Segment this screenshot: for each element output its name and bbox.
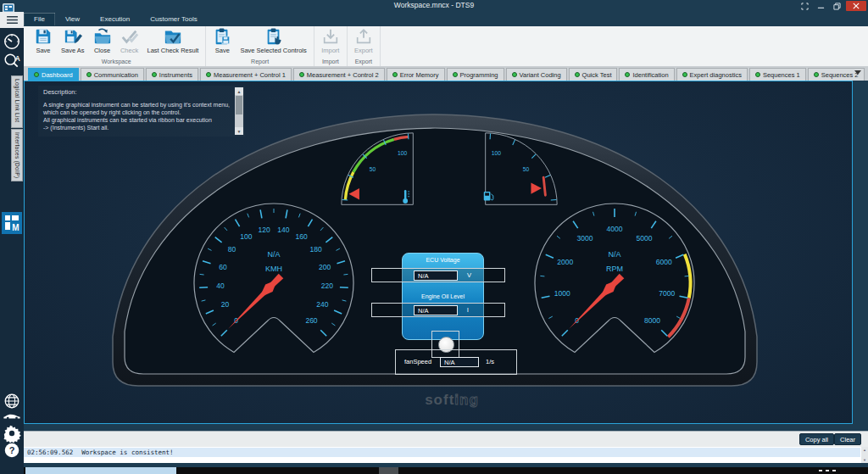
- svg-text:160: 160: [296, 232, 308, 241]
- engine-oil-level-unit: l: [467, 306, 469, 314]
- scroll-up-icon[interactable]: ▲: [235, 87, 243, 95]
- tab-label: Measurement + Control 1: [214, 71, 286, 79]
- close-folder-icon: [93, 27, 112, 46]
- side-tab-logical-link-list[interactable]: Logical Link List: [11, 75, 23, 128]
- menu-file[interactable]: File: [24, 13, 55, 25]
- svg-text:80: 80: [228, 245, 236, 254]
- instrument-cluster: 020406080100120140160180200220240260N/AK…: [96, 109, 774, 389]
- right-side-strip: [853, 81, 868, 424]
- speedometer-gauge[interactable]: 020406080100120140160180200220240260N/AK…: [189, 194, 359, 374]
- tab-error-memory[interactable]: Error Memory: [387, 68, 445, 81]
- svg-text:N/A: N/A: [608, 250, 620, 259]
- ribbon-group-export: ExportExport: [348, 26, 381, 66]
- tab-label: Dashboard: [42, 71, 73, 79]
- svg-text:100: 100: [492, 150, 501, 156]
- tab-identification[interactable]: Identification: [619, 68, 674, 81]
- tab-programming[interactable]: Programming: [447, 68, 504, 81]
- svg-text:5000: 5000: [637, 234, 653, 243]
- coolant-temp-gauge[interactable]: 50100: [338, 130, 420, 211]
- close-icon[interactable]: [846, 1, 866, 11]
- tab-quick-test[interactable]: Quick Test: [569, 68, 618, 81]
- hamburger-menu-icon[interactable]: [0, 12, 24, 28]
- fullscreen-icon[interactable]: [798, 1, 812, 11]
- ribbon-button-save[interactable]: Save: [209, 26, 236, 54]
- tab-status-dot-icon: [152, 72, 157, 77]
- ribbon-button-label: Save Selected Controls: [240, 47, 306, 54]
- tab-communication[interactable]: Communication: [81, 68, 144, 81]
- taskbar-mark: [832, 470, 836, 471]
- log-message: Workspace is consistent!: [81, 449, 173, 456]
- tab-measurement-control-2[interactable]: Measurement + Control 2: [293, 68, 385, 81]
- tab-label: Programming: [460, 71, 498, 79]
- ribbon-button-close[interactable]: Close: [89, 26, 116, 54]
- help-icon[interactable]: ?: [3, 441, 21, 460]
- tachometer-gauge[interactable]: 010002000300040005000600070008000N/ARPM: [530, 194, 699, 374]
- export-icon: [354, 27, 373, 46]
- car-icon[interactable]: [3, 410, 21, 421]
- ribbon-group-label: Import: [317, 59, 344, 66]
- monaco-tile-icon[interactable]: M: [2, 212, 22, 234]
- ribbon-button-label: Last Check Result: [147, 47, 199, 54]
- description-line: A single graphical instrument can be sta…: [43, 101, 245, 109]
- ecu-voltage-label: ECU Voltage: [403, 257, 483, 263]
- engine-oil-level-value[interactable]: N/A: [414, 305, 458, 315]
- svg-text:100: 100: [398, 150, 407, 156]
- tab-expert-diagnostics[interactable]: Expert diagnostics: [676, 68, 748, 81]
- tab-instruments[interactable]: Instruments: [146, 68, 198, 81]
- log-timestamp: 02:56:09.562: [27, 449, 73, 456]
- ribbon-button-save-as[interactable]: Save As: [57, 26, 89, 54]
- taskbar-mark: [826, 470, 829, 471]
- minimize-icon[interactable]: [814, 1, 828, 11]
- ribbon-group-label: Workspace: [30, 59, 203, 66]
- gear-icon[interactable]: [3, 424, 21, 443]
- log-entry[interactable]: 02:56:09.562Workspace is consistent!: [24, 448, 860, 457]
- fuel-gauge[interactable]: 50100: [479, 130, 560, 211]
- copy-all-button[interactable]: Copy all: [799, 433, 834, 445]
- ecu-values-panel: ECU Voltage Engine Oil Level: [402, 253, 484, 340]
- ribbon-button-label: Close: [94, 47, 110, 54]
- restore-icon[interactable]: [830, 1, 844, 11]
- side-tab-interfaces-doip[interactable]: Interfaces (DoIP): [11, 129, 23, 181]
- tab-overflow-icon[interactable]: [854, 63, 861, 78]
- ribbon-button-save[interactable]: Save: [30, 26, 57, 54]
- ribbon-group-workspace: SaveSave AsCloseCheckLast Check ResultWo…: [27, 26, 206, 66]
- svg-text:8000: 8000: [644, 316, 660, 325]
- fanspeed-input[interactable]: N/A: [440, 357, 479, 367]
- svg-text:6000: 6000: [656, 258, 672, 266]
- gauge-icon[interactable]: [3, 32, 21, 51]
- fanspeed-label: fanSpeed: [404, 358, 431, 365]
- scroll-down-icon[interactable]: ▼: [861, 457, 868, 463]
- folder-check-icon: [164, 27, 182, 46]
- ribbon-group-report: SaveSave Selected ControlsReport: [206, 26, 314, 66]
- dts-monaco-window: Workspace.mncx - DTS9 FileViewExecutionC…: [0, 0, 868, 474]
- tab-sequences-1[interactable]: Sequences 1: [749, 68, 806, 81]
- log-scrollbar[interactable]: ▲ ▼: [861, 447, 868, 463]
- svg-text:180: 180: [310, 245, 322, 254]
- tab-label: Sequences 1: [763, 71, 800, 79]
- tab-dashboard[interactable]: Dashboard: [28, 68, 79, 81]
- menu-customer-tools[interactable]: Customer Tools: [140, 13, 207, 25]
- ecu-voltage-value[interactable]: N/A: [414, 270, 458, 281]
- ecu-voltage-unit: V: [467, 271, 471, 279]
- menu-view[interactable]: View: [55, 13, 90, 25]
- ribbon-button-last-check-result[interactable]: Last Check Result: [143, 26, 203, 54]
- clear-button[interactable]: Clear: [834, 433, 861, 445]
- import-icon: [321, 27, 340, 46]
- ribbon-button-check: Check: [116, 26, 143, 54]
- svg-text:A: A: [15, 55, 20, 63]
- tab-status-dot-icon: [814, 72, 819, 77]
- scroll-up-icon[interactable]: ▲: [861, 447, 868, 453]
- report-save-icon: [213, 27, 231, 46]
- svg-text:3000: 3000: [577, 234, 593, 243]
- svg-text:240: 240: [316, 300, 328, 309]
- description-title: Description:: [38, 86, 245, 96]
- globe-icon[interactable]: [3, 392, 21, 410]
- tab-status-dot-icon: [755, 72, 760, 77]
- diagnostic-search-icon[interactable]: A: [3, 52, 21, 70]
- tab-variant-coding[interactable]: Variant Coding: [506, 68, 567, 81]
- ribbon-button-save-selected-controls[interactable]: Save Selected Controls: [236, 26, 310, 54]
- svg-text:?: ?: [9, 445, 15, 455]
- tab-measurement-control-1[interactable]: Measurement + Control 1: [200, 68, 292, 81]
- menu-execution[interactable]: Execution: [90, 13, 140, 25]
- ribbon-button-label: Save As: [61, 47, 85, 54]
